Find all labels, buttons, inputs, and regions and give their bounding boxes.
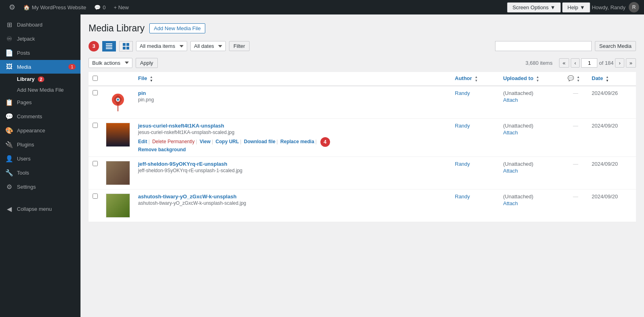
sidebar-item-tools[interactable]: 🔧 Tools bbox=[0, 166, 80, 180]
sidebar-item-label: Collapse menu bbox=[17, 206, 52, 212]
apply-button[interactable]: Apply bbox=[136, 58, 158, 68]
sidebar-item-label: Jetpack bbox=[17, 36, 35, 42]
row-checkbox[interactable] bbox=[93, 161, 98, 166]
replace-media-link[interactable]: Replace media bbox=[281, 139, 314, 144]
adminbar-new[interactable]: + New bbox=[110, 0, 133, 14]
sidebar-item-appearance[interactable]: 🎨 Appearance bbox=[0, 124, 80, 138]
edit-link[interactable]: Edit bbox=[138, 139, 147, 144]
table-row: ashutosh-tiwary-yO_zGxcW-k-unsplash ashu… bbox=[89, 189, 636, 222]
media-badge: 1 bbox=[68, 64, 76, 70]
collapse-icon: ◀ bbox=[5, 205, 14, 213]
svg-rect-2 bbox=[106, 47, 112, 47]
comment-count: — bbox=[573, 90, 578, 96]
sidebar-item-plugins[interactable]: 🔌 Plugins bbox=[0, 138, 80, 152]
add-new-button[interactable]: Add New Media File bbox=[149, 23, 205, 33]
sidebar-submenu-library[interactable]: Library 2 bbox=[0, 74, 80, 84]
search-media-button[interactable]: Search Media bbox=[595, 41, 636, 51]
comments-count: 0 bbox=[103, 4, 105, 10]
filter-button[interactable]: Filter bbox=[229, 41, 250, 51]
sidebar-item-dashboard[interactable]: ⊞ Dashboard bbox=[0, 18, 80, 32]
select-all-checkbox[interactable] bbox=[93, 76, 98, 81]
sidebar-item-label: Appearance bbox=[17, 128, 45, 134]
adminbar-comments[interactable]: 💬 0 bbox=[90, 0, 109, 14]
page-prev-button[interactable]: ‹ bbox=[571, 58, 580, 68]
item-count: 3,680 items bbox=[525, 60, 552, 66]
bike-thumbnail bbox=[106, 193, 130, 218]
sidebar-collapse[interactable]: ◀ Collapse menu bbox=[0, 202, 80, 216]
uploaded-col-header[interactable]: Uploaded to ▲▼ bbox=[499, 72, 564, 86]
page-last-button[interactable]: » bbox=[626, 58, 636, 68]
date-select[interactable]: All dates bbox=[190, 41, 226, 51]
view-link[interactable]: View bbox=[200, 139, 211, 144]
desk-thumbnail bbox=[106, 161, 130, 185]
attach-link[interactable]: Attach bbox=[503, 130, 559, 136]
svg-point-12 bbox=[117, 99, 119, 101]
posts-icon: 📄 bbox=[5, 49, 14, 57]
table-row: jeff-sheldon-9SyOKYrq-rE-unsplash jeff-s… bbox=[89, 156, 636, 189]
row-checkbox[interactable] bbox=[93, 193, 98, 199]
svg-rect-1 bbox=[106, 45, 112, 46]
site-name-label: My WordPress Website bbox=[32, 4, 86, 10]
author-link[interactable]: Randy bbox=[455, 193, 470, 200]
file-name: jesus-curiel-nskeft4t1KA-unsplash-scaled… bbox=[138, 130, 447, 135]
sidebar-item-settings[interactable]: ⚙ Settings bbox=[0, 180, 80, 194]
svg-rect-6 bbox=[123, 47, 126, 49]
grid-view-button[interactable] bbox=[119, 41, 133, 51]
sidebar-item-users[interactable]: 👤 Users bbox=[0, 152, 80, 166]
author-link[interactable]: Randy bbox=[455, 161, 470, 167]
uploaded-to-status: (Unattached) bbox=[503, 161, 533, 167]
attach-link[interactable]: Attach bbox=[503, 200, 559, 206]
author-link[interactable]: Randy bbox=[455, 90, 470, 96]
help-button[interactable]: Help ▼ bbox=[562, 2, 590, 12]
file-title-link[interactable]: pin bbox=[138, 90, 146, 96]
pagination: « ‹ of 184 › » bbox=[559, 58, 636, 68]
sidebar-item-label: Comments bbox=[17, 113, 42, 119]
sidebar-item-comments[interactable]: 💬 Comments bbox=[0, 109, 80, 124]
file-title-link[interactable]: jeff-sheldon-9SyOKYrq-rE-unsplash bbox=[138, 161, 227, 167]
search-input[interactable] bbox=[495, 41, 592, 51]
file-name: jeff-sheldon-9SyOKYrq-rE-unsplash-1-scal… bbox=[138, 168, 447, 173]
row-checkbox[interactable] bbox=[93, 123, 98, 128]
adminbar-site[interactable]: 🏠 My WordPress Website bbox=[19, 0, 90, 14]
list-view-icon bbox=[106, 43, 112, 49]
list-view-button[interactable] bbox=[102, 41, 116, 51]
uploaded-to-status: (Unattached) bbox=[503, 123, 533, 129]
remove-background-link[interactable]: Remove background bbox=[138, 147, 186, 152]
file-title-link[interactable]: ashutosh-tiwary-yO_zGxcW-k-unsplash bbox=[138, 193, 237, 200]
author-link[interactable]: Randy bbox=[455, 123, 470, 129]
file-date: 2024/09/20 bbox=[592, 193, 618, 200]
media-type-select[interactable]: All media items bbox=[136, 41, 187, 51]
row-checkbox[interactable] bbox=[93, 90, 98, 95]
file-name: pin.png bbox=[138, 97, 447, 103]
sidebar-item-label: Media bbox=[17, 64, 31, 70]
sidebar-item-media[interactable]: 🖼 Media 1 bbox=[0, 60, 80, 74]
sidebar-media-submenu: Library 2 Add New Media File bbox=[0, 74, 80, 95]
screen-options-button[interactable]: Screen Options ▼ bbox=[507, 2, 560, 12]
file-title-link[interactable]: jesus-curiel-nskeft4t1KA-unsplash bbox=[138, 123, 224, 129]
attach-link[interactable]: Attach bbox=[503, 97, 559, 103]
author-col-header[interactable]: Author ▲▼ bbox=[451, 72, 499, 86]
bulk-actions-select[interactable]: Bulk actions bbox=[89, 58, 132, 68]
wp-logo-icon[interactable]: ⚙ bbox=[5, 3, 19, 12]
page-next-button[interactable]: › bbox=[615, 58, 624, 68]
attach-link[interactable]: Attach bbox=[503, 168, 559, 174]
download-link[interactable]: Download file bbox=[244, 139, 275, 144]
svg-rect-0 bbox=[106, 43, 112, 44]
delete-link[interactable]: Delete Permanently bbox=[152, 139, 194, 144]
sidebar-item-jetpack[interactable]: ♾ Jetpack bbox=[0, 32, 80, 46]
date-col-header[interactable]: Date ▲▼ bbox=[588, 72, 636, 86]
copy-url-link[interactable]: Copy URL bbox=[216, 139, 239, 144]
jetpack-icon: ♾ bbox=[5, 35, 14, 43]
main-content: Media Library Add New Media File 3 All m… bbox=[80, 14, 644, 317]
sidebar-submenu-add-new[interactable]: Add New Media File bbox=[0, 84, 80, 95]
comments-header-icon: 💬 bbox=[568, 75, 574, 81]
sidebar-item-posts[interactable]: 📄 Posts bbox=[0, 46, 80, 60]
select-all-col bbox=[89, 72, 102, 86]
page-first-button[interactable]: « bbox=[559, 58, 569, 68]
file-col-header[interactable]: File ▲▼ bbox=[134, 72, 451, 86]
sidebar-item-pages[interactable]: 📋 Pages bbox=[0, 95, 80, 109]
sidebar-item-label: Pages bbox=[17, 99, 32, 105]
settings-icon: ⚙ bbox=[5, 183, 14, 191]
page-number-input[interactable] bbox=[581, 58, 597, 68]
comments-col-header[interactable]: 💬 ▲▼ bbox=[564, 72, 588, 86]
